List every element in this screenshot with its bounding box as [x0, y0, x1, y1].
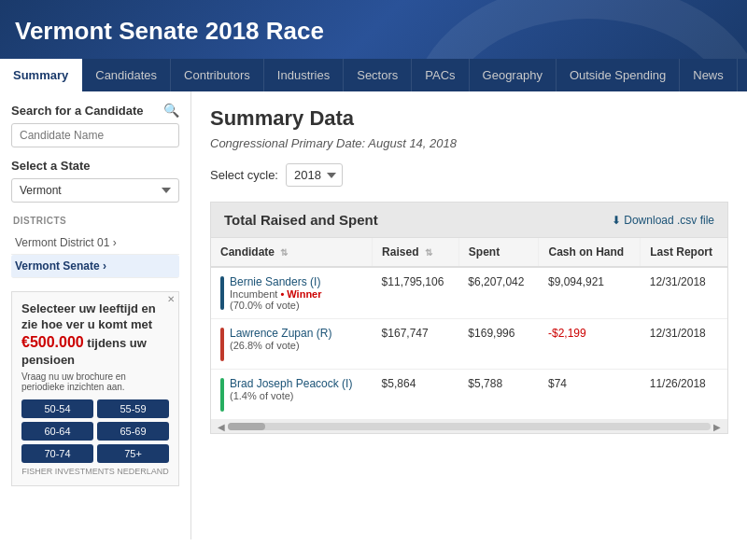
nav-item-contributors[interactable]: Contributors	[171, 59, 264, 91]
candidate-tags: Incumbent • Winner	[230, 288, 322, 300]
state-select-label: Select a State	[11, 159, 179, 173]
col-spent: Spent	[458, 238, 539, 267]
ad-close-button[interactable]: ✕	[167, 294, 175, 304]
nav-item-news[interactable]: News	[680, 59, 738, 91]
incumbent-tag: Incumbent	[230, 288, 277, 300]
main-content: Summary Data Congressional Primary Date:…	[191, 91, 747, 539]
vote-pct: (26.8% of vote)	[230, 340, 331, 351]
table-row: Lawrence Zupan (R)(26.8% of vote)$167,74…	[211, 319, 727, 370]
spent-cell-1: $169,996	[458, 319, 539, 370]
nav-item-geography[interactable]: Geography	[470, 59, 557, 91]
cycle-select[interactable]: 2018	[286, 163, 343, 187]
sidebar: Search for a Candidate 🔍 Select a State …	[0, 91, 191, 539]
ad-btn-65-69[interactable]: 65-69	[97, 422, 169, 441]
candidate-cell-0: Bernie Sanders (I)Incumbent • Winner(70.…	[211, 267, 373, 319]
nav-item-outside-spending[interactable]: Outside Spending	[557, 59, 680, 91]
sort-raised-icon[interactable]: ⇅	[425, 247, 432, 258]
sort-candidate-icon[interactable]: ⇅	[280, 247, 288, 258]
cash-cell-2: $74	[539, 370, 641, 420]
candidate-name[interactable]: Brad Joseph Peacock (I)	[230, 377, 352, 390]
ad-age-grid: 50-54 55-59 60-64 65-69 70-74 75+	[21, 399, 169, 463]
table-row: Brad Joseph Peacock (I)(1.4% of vote)$5,…	[211, 370, 727, 420]
nav-item-industries[interactable]: Industries	[264, 59, 344, 91]
search-icon[interactable]: 🔍	[163, 103, 179, 118]
candidate-cell-2: Brad Joseph Peacock (I)(1.4% of vote)	[211, 370, 373, 420]
main-nav: Summary Candidates Contributors Industri…	[0, 59, 747, 91]
col-raised: Raised ⇅	[373, 238, 459, 267]
table-title: Total Raised and Spent	[224, 212, 378, 228]
raised-cell-0: $11,795,106	[373, 267, 459, 319]
table-header: Total Raised and Spent Download .csv fil…	[211, 203, 727, 238]
candidate-name[interactable]: Lawrence Zupan (R)	[230, 327, 331, 340]
page-header: Vermont Senate 2018 Race	[0, 0, 747, 59]
table-header-row: Candidate ⇅ Raised ⇅ Spent Cash on Hand …	[211, 238, 727, 267]
nav-item-sectors[interactable]: Sectors	[344, 59, 412, 91]
scroll-left-arrow[interactable]: ◀	[215, 422, 228, 432]
districts-label: DISTRICTS	[11, 216, 179, 226]
last-report-cell-1: 12/31/2018	[641, 319, 727, 370]
party-bar	[220, 378, 224, 412]
candidates-table: Candidate ⇅ Raised ⇅ Spent Cash on Hand …	[211, 238, 727, 420]
party-bar	[220, 276, 224, 310]
ad-btn-50-54[interactable]: 50-54	[21, 399, 93, 418]
cycle-label: Select cycle:	[210, 168, 278, 182]
advertisement: ✕ Selecteer uw leeftijd en zie hoe ver u…	[11, 291, 179, 486]
nav-item-candidates[interactable]: Candidates	[82, 59, 171, 91]
primary-date: Congressional Primary Date: August 14, 2…	[210, 136, 728, 150]
ad-footer: Fisher Investments Nederland	[21, 467, 169, 476]
search-label: Search for a Candidate 🔍	[11, 103, 179, 118]
scrollbar-thumb[interactable]	[228, 423, 265, 430]
district-item-01[interactable]: Vermont District 01 ›	[11, 231, 179, 255]
party-bar	[220, 328, 224, 361]
col-last-report: Last Report	[641, 238, 727, 267]
raised-cell-2: $5,864	[373, 370, 459, 420]
cash-cell-0: $9,094,921	[539, 267, 641, 319]
summary-title: Summary Data	[210, 106, 728, 131]
nav-item-other-data[interactable]: Other Data	[738, 59, 747, 91]
winner-tag: • Winner	[277, 288, 321, 300]
district-item-senate[interactable]: Vermont Senate ›	[11, 255, 179, 278]
table-row: Bernie Sanders (I)Incumbent • Winner(70.…	[211, 267, 727, 319]
scrollbar-track[interactable]	[228, 423, 711, 430]
nav-item-summary[interactable]: Summary	[0, 59, 82, 91]
col-candidate: Candidate ⇅	[211, 238, 373, 267]
spent-cell-2: $5,788	[458, 370, 539, 420]
candidate-name[interactable]: Bernie Sanders (I)	[230, 275, 322, 288]
summary-table-box: Total Raised and Spent Download .csv fil…	[210, 202, 728, 434]
nav-item-pacs[interactable]: PACs	[412, 59, 469, 91]
horizontal-scrollbar[interactable]: ◀ ▶	[211, 420, 727, 433]
cycle-selector-row: Select cycle: 2018	[210, 163, 728, 187]
vote-pct: (70.0% of vote)	[230, 300, 322, 311]
last-report-cell-0: 12/31/2018	[641, 267, 727, 319]
ad-btn-75-plus[interactable]: 75+	[97, 444, 169, 463]
col-cash: Cash on Hand	[539, 238, 641, 267]
ad-amount: €500.000	[21, 334, 84, 350]
ad-btn-55-59[interactable]: 55-59	[97, 399, 169, 418]
download-csv-link[interactable]: Download .csv file	[612, 214, 714, 227]
ad-description: Vraag nu uw brochure en periodieke inzic…	[21, 371, 169, 392]
ad-title: Selecteer uw leeftijd en zie hoe ver u k…	[21, 301, 169, 368]
spent-cell-0: $6,207,042	[458, 267, 539, 319]
last-report-cell-2: 11/26/2018	[641, 370, 727, 420]
page-title: Vermont Senate 2018 Race	[15, 17, 324, 45]
body-layout: Search for a Candidate 🔍 Select a State …	[0, 91, 747, 539]
raised-cell-1: $167,747	[373, 319, 459, 370]
ad-btn-60-64[interactable]: 60-64	[21, 422, 93, 441]
cash-cell-1: -$2,199	[539, 319, 641, 370]
scroll-right-arrow[interactable]: ▶	[711, 422, 724, 432]
ad-btn-70-74[interactable]: 70-74	[21, 444, 93, 463]
candidate-name-input[interactable]	[11, 123, 179, 147]
candidate-cell-1: Lawrence Zupan (R)(26.8% of vote)	[211, 319, 373, 370]
vote-pct: (1.4% of vote)	[230, 390, 352, 401]
state-select[interactable]: Vermont	[11, 178, 179, 203]
